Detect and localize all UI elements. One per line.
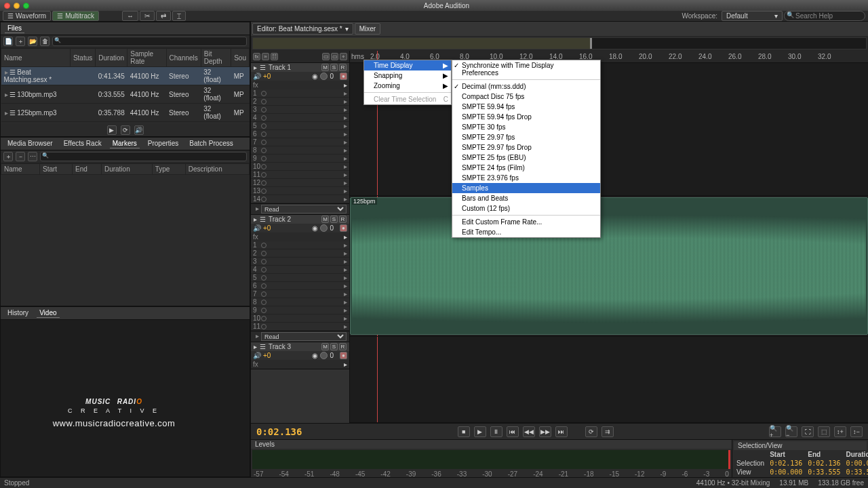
delete-button[interactable]: 🗑: [40, 37, 50, 46]
menu-item[interactable]: Zooming▶: [364, 81, 451, 91]
track-header[interactable]: ▸☰Track 3 MSR 🔊+0 ◉0 ● fx▸: [251, 342, 349, 369]
minimize-window-icon[interactable]: [14, 3, 20, 9]
fx-slot[interactable]: 7▸: [251, 290, 349, 298]
fx-slot[interactable]: 9▸: [251, 306, 349, 314]
pan-knob[interactable]: [320, 352, 328, 359]
power-icon[interactable]: [261, 243, 267, 248]
file-col-header[interactable]: Channels: [166, 49, 201, 67]
power-icon[interactable]: [261, 188, 267, 194]
fx-slot[interactable]: 8▸: [251, 298, 349, 306]
file-col-header[interactable]: Duration: [96, 49, 127, 67]
file-row[interactable]: ▸☰ Beat Matching.sesx *0:41.34544100 HzS…: [1, 67, 250, 85]
expand-icon[interactable]: ▸: [254, 216, 257, 223]
power-icon[interactable]: [261, 156, 267, 161]
play-button[interactable]: ▶: [474, 426, 486, 437]
workspace-select[interactable]: Default▾: [722, 11, 783, 21]
loop-file-button[interactable]: ⟳: [121, 125, 130, 135]
power-icon[interactable]: [261, 267, 267, 272]
import-button[interactable]: 📄: [3, 37, 13, 46]
context-menu[interactable]: Time Display▶Snapping▶Zooming▶Clear Time…: [363, 60, 452, 105]
power-icon[interactable]: [261, 172, 267, 178]
power-icon[interactable]: [261, 259, 267, 264]
s-button[interactable]: S: [330, 343, 338, 350]
fx-slot[interactable]: 14▸: [251, 195, 349, 203]
power-icon[interactable]: [261, 197, 267, 202]
track-lane-2[interactable]: 125bpm: [350, 196, 868, 337]
tool-move-button[interactable]: ↔: [122, 11, 138, 21]
panel-tab[interactable]: Batch Process: [186, 139, 235, 148]
file-col-header[interactable]: Sou: [231, 49, 250, 67]
new-file-button[interactable]: ＋: [16, 37, 25, 46]
power-icon[interactable]: [261, 148, 267, 153]
fx-slot[interactable]: 10▸: [251, 314, 349, 323]
close-window-icon[interactable]: [4, 3, 10, 9]
menu-item[interactable]: SMPTE 23.976 fps: [452, 173, 600, 183]
fx-slot[interactable]: 5▸: [251, 274, 349, 282]
file-col-header[interactable]: Bit Depth: [201, 49, 231, 67]
open-button[interactable]: 📂: [28, 37, 37, 46]
view-2-button[interactable]: ▭: [331, 53, 338, 60]
del-marker-button[interactable]: －: [16, 152, 25, 161]
fx-slot[interactable]: 1▸: [251, 89, 349, 98]
s-button[interactable]: S: [330, 216, 338, 223]
loop-button[interactable]: ⟳: [585, 426, 597, 437]
tool-razor-button[interactable]: ✂: [140, 11, 155, 21]
menu-item[interactable]: SMPTE 29.97 fps Drop: [452, 142, 600, 152]
zoom-full-button[interactable]: ⛶: [802, 426, 814, 437]
panel-tab[interactable]: Video: [37, 308, 59, 318]
record-arm-button[interactable]: ●: [340, 224, 347, 232]
pan-knob[interactable]: [320, 73, 328, 80]
menu-item[interactable]: SMPTE 59.94 fps Drop: [452, 112, 600, 122]
ffwd-button[interactable]: ▶▶: [539, 426, 551, 437]
eq-toggle-button[interactable]: ☷: [271, 53, 278, 60]
m-button[interactable]: M: [321, 64, 329, 71]
context-submenu[interactable]: Synchronize with Time Display Preference…: [452, 60, 601, 238]
zoom-out-v-button[interactable]: ↕−: [850, 426, 863, 437]
menu-item[interactable]: Decimal (mm:ss.ddd): [452, 81, 600, 92]
to-start-button[interactable]: ⏮: [507, 426, 519, 437]
panel-tab[interactable]: Media Browser: [5, 139, 56, 148]
menu-item[interactable]: Edit Tempo...: [452, 227, 600, 237]
menu-item[interactable]: Edit Custom Frame Rate...: [452, 217, 600, 227]
automation-mode-select[interactable]: Read: [261, 332, 347, 341]
power-icon[interactable]: [261, 164, 267, 169]
file-row[interactable]: ▸☰ 125bpm.mp30:35.78844100 HzStereo32 (f…: [1, 104, 250, 122]
power-icon[interactable]: [261, 180, 267, 186]
menu-item[interactable]: SMPTE 29.97 fps: [452, 132, 600, 142]
expand-icon[interactable]: ▸: [254, 64, 257, 71]
fx-slot[interactable]: 8▸: [251, 146, 349, 155]
snap-button[interactable]: ⌖: [340, 53, 347, 60]
pan-knob[interactable]: [320, 224, 328, 232]
pause-button[interactable]: ⏸: [490, 426, 502, 437]
fx-slot[interactable]: 13▸: [251, 187, 349, 195]
fx-slot[interactable]: 6▸: [251, 130, 349, 138]
fx-slot[interactable]: 4▸: [251, 114, 349, 122]
power-icon[interactable]: [261, 140, 267, 145]
fx-slot[interactable]: 7▸: [251, 138, 349, 146]
files-search-input[interactable]: [52, 37, 247, 46]
files-tab[interactable]: Files: [5, 24, 24, 33]
power-icon[interactable]: [261, 131, 267, 137]
track-header[interactable]: ▸☰Track 1 MSR 🔊+0 ◉0 ● fx▸ 1▸2▸3▸4▸5▸6▸7…: [251, 63, 349, 215]
power-icon[interactable]: [261, 324, 267, 329]
menu-item[interactable]: Time Display▶: [364, 60, 451, 70]
rewind-button[interactable]: ◀◀: [523, 426, 535, 437]
menu-item[interactable]: SMPTE 59.94 fps: [452, 102, 600, 112]
track-lane-3[interactable]: [350, 337, 868, 423]
power-icon[interactable]: [261, 316, 267, 321]
menu-item[interactable]: Samples: [452, 183, 600, 193]
zoom-window-icon[interactable]: [23, 3, 29, 9]
zoom-in-v-button[interactable]: ↕+: [834, 426, 846, 437]
menu-item[interactable]: SMPTE 24 fps (Film): [452, 163, 600, 173]
fx-slot[interactable]: 9▸: [251, 155, 349, 163]
tool-time-button[interactable]: ⌶: [172, 11, 186, 21]
power-icon[interactable]: [261, 91, 267, 96]
power-icon[interactable]: [261, 283, 267, 289]
autoplay-button[interactable]: 🔊: [134, 125, 144, 135]
file-row[interactable]: ▸☰ 130bpm.mp30:33.55544100 HzStereo32 (f…: [1, 85, 250, 104]
record-arm-button[interactable]: ●: [340, 352, 347, 359]
zoom-out-h-button[interactable]: 🔍−: [785, 426, 797, 437]
overview-bar[interactable]: [252, 37, 867, 49]
mode-multitrack-button[interactable]: ☰Multitrack: [52, 11, 99, 21]
editor-tab[interactable]: Editor: Beat Matching.sesx *▾: [252, 23, 353, 35]
